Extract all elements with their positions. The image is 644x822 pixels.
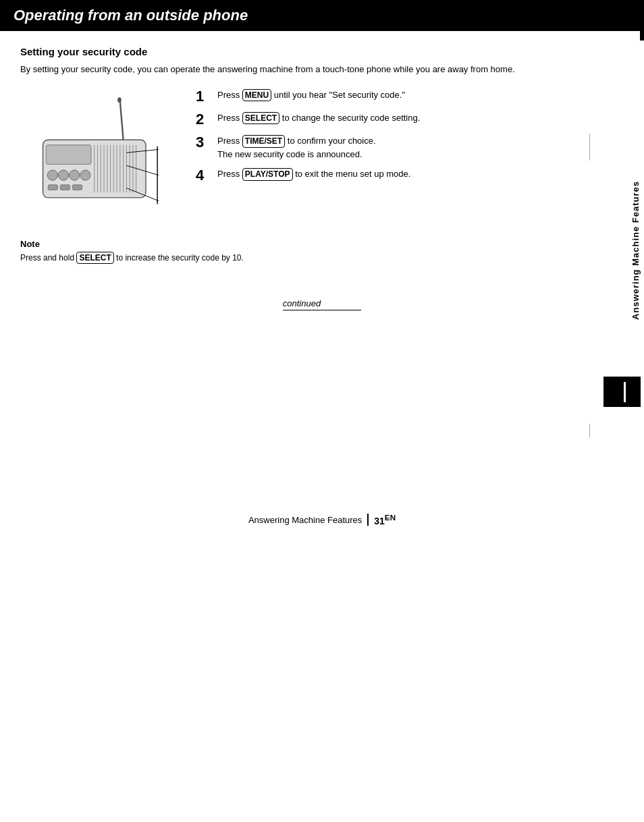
select-key-note: SELECT [76, 252, 113, 265]
sidebar-label: Answering Machine Features [630, 181, 641, 320]
step-3-text: Press TIME/SET to confirm your choice. T… [217, 134, 624, 161]
content-area: 1 Press MENU until you hear "Set securit… [20, 88, 624, 225]
page: Operating from an outside phone Setting … [0, 0, 644, 822]
playstop-key: PLAY/STOP [242, 168, 293, 181]
step-2-text: Press SELECT to change the security code… [217, 111, 624, 125]
svg-rect-15 [46, 144, 91, 164]
menu-key: MENU [242, 89, 271, 102]
page-title: Operating from an outside phone [14, 7, 630, 24]
phone-illustration [20, 88, 162, 223]
step-1: 1 Press MENU until you hear "Set securit… [196, 88, 624, 105]
svg-point-19 [80, 169, 90, 180]
note-section: Note Press and hold SELECT to increase t… [20, 239, 624, 265]
intro-text: By setting your security code, you can o… [20, 63, 624, 76]
footer-text: Answering Machine Features [248, 515, 362, 525]
continued-text: continued [283, 298, 361, 310]
svg-point-24 [117, 97, 122, 103]
step-2: 2 Press SELECT to change the security co… [196, 111, 624, 128]
step-4-number: 4 [196, 167, 215, 184]
phone-image-container [20, 88, 182, 225]
svg-point-18 [70, 169, 80, 180]
sidebar-black-block [603, 377, 641, 407]
step-3-number: 3 [196, 134, 215, 150]
step-4: 4 Press PLAY/STOP to exit the menu set u… [196, 167, 624, 184]
timeset-key: TIME/SET [242, 135, 285, 148]
svg-line-23 [120, 101, 124, 140]
footer-separator [367, 514, 369, 526]
step-1-text: Press MENU until you hear "Set security … [217, 88, 624, 102]
footer: Answering Machine Features 31EN [20, 513, 624, 526]
svg-rect-21 [60, 184, 70, 190]
corner-decoration [640, 0, 644, 40]
continued-section: continued [20, 291, 624, 310]
note-text: Press and hold SELECT to increase the se… [20, 252, 624, 265]
steps-area: 1 Press MENU until you hear "Set securit… [189, 88, 624, 225]
svg-rect-20 [48, 184, 57, 190]
right-decorative-line [589, 134, 590, 161]
note-title: Note [20, 239, 624, 249]
section-title: Setting your security code [20, 46, 624, 57]
right-decorative-line-2 [589, 424, 590, 437]
step-4-text: Press PLAY/STOP to exit the menu set up … [217, 167, 624, 181]
header-strip: Operating from an outside phone [0, 0, 644, 31]
step-2-number: 2 [196, 111, 215, 128]
svg-rect-22 [72, 184, 82, 190]
svg-point-17 [58, 169, 68, 180]
sidebar-white-line [624, 382, 626, 402]
step-1-number: 1 [196, 88, 215, 105]
step-3: 3 Press TIME/SET to confirm your choice.… [196, 134, 624, 161]
footer-page-number: 31EN [374, 513, 396, 526]
svg-point-16 [47, 169, 57, 180]
main-content: Setting your security code By setting yo… [0, 46, 644, 526]
select-key-step2: SELECT [242, 112, 279, 125]
